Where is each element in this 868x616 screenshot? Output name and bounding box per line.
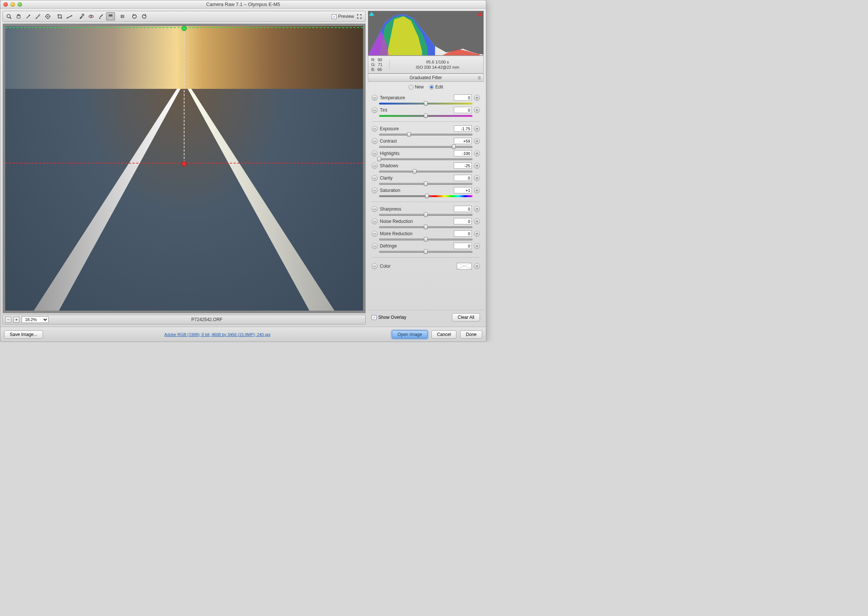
close-window-icon[interactable] [3, 2, 8, 7]
moire-plus[interactable]: + [474, 231, 480, 237]
color-plus[interactable]: + [474, 263, 480, 269]
sharpness-value[interactable] [454, 206, 472, 212]
red-eye-tool[interactable] [86, 12, 96, 20]
temperature-thumb[interactable] [424, 101, 428, 106]
color-sampler-tool[interactable] [34, 12, 42, 20]
temperature-minus[interactable]: − [372, 95, 377, 101]
exposure-value[interactable] [454, 126, 472, 132]
crop-tool[interactable] [55, 12, 64, 20]
defringe-plus[interactable]: + [474, 243, 480, 249]
shadows-plus[interactable]: + [474, 163, 480, 169]
saturation-track[interactable] [379, 194, 472, 198]
contrast-thumb[interactable] [452, 145, 456, 149]
zoom-select[interactable]: 18.2% [22, 316, 49, 323]
shadows-thumb[interactable] [413, 169, 417, 174]
highlights-thumb[interactable] [377, 157, 381, 161]
moire-value[interactable] [454, 230, 472, 237]
defringe-thumb[interactable] [424, 249, 428, 254]
color-minus[interactable]: − [372, 263, 377, 269]
shadows-value[interactable] [454, 162, 472, 169]
temperature-track[interactable] [379, 102, 472, 105]
clear-all-button[interactable]: Clear All [452, 313, 480, 321]
rotate-cw-tool[interactable] [140, 12, 149, 20]
color-swatch[interactable] [457, 263, 472, 270]
clarity-minus[interactable]: − [372, 175, 377, 181]
exposure-track[interactable] [379, 132, 472, 136]
temperature-plus[interactable]: + [474, 95, 480, 101]
gradient-end-line[interactable] [5, 163, 363, 163]
contrast-minus[interactable]: − [372, 138, 377, 144]
shadows-track[interactable] [379, 170, 472, 173]
shadow-clip-icon[interactable] [369, 12, 374, 16]
highlight-clip-icon[interactable] [477, 12, 483, 16]
highlights-value[interactable] [454, 150, 472, 156]
gradient-start-handle[interactable] [181, 26, 187, 31]
gradient-axis-line[interactable] [184, 27, 184, 163]
tint-value[interactable] [454, 107, 472, 113]
clarity-track[interactable] [379, 182, 472, 185]
preferences-tool[interactable] [118, 12, 127, 20]
saturation-plus[interactable]: + [474, 187, 480, 193]
save-image-button[interactable]: Save Image... [4, 330, 43, 339]
zoom-window-icon[interactable] [17, 2, 22, 7]
noise-value[interactable] [454, 218, 472, 225]
white-balance-tool[interactable] [24, 12, 33, 20]
minimize-window-icon[interactable] [11, 2, 15, 7]
defringe-minus[interactable]: − [372, 243, 377, 249]
noise-plus[interactable]: + [474, 218, 480, 225]
highlights-track[interactable] [379, 157, 472, 161]
moire-track[interactable] [379, 237, 472, 241]
noise-thumb[interactable] [424, 225, 428, 229]
highlights-plus[interactable]: + [474, 151, 480, 156]
gradient-end-handle[interactable] [181, 161, 187, 167]
spot-removal-tool[interactable] [77, 12, 86, 20]
saturation-thumb[interactable] [425, 194, 429, 198]
saturation-minus[interactable]: − [372, 187, 377, 193]
cancel-button[interactable]: Cancel [431, 330, 456, 339]
panel-menu-icon[interactable]: ☰ [478, 76, 481, 80]
gradient-start-line[interactable] [5, 27, 363, 28]
open-image-button[interactable]: Open Image [392, 330, 428, 339]
shadows-minus[interactable]: − [372, 163, 377, 169]
mode-new[interactable]: New [409, 84, 424, 90]
highlights-minus[interactable]: − [372, 151, 377, 156]
tint-minus[interactable]: − [372, 107, 377, 113]
clarity-value[interactable] [454, 175, 472, 181]
zoom-tool[interactable] [5, 12, 13, 20]
graduated-filter-tool[interactable] [106, 12, 115, 20]
temperature-value[interactable] [454, 94, 472, 101]
adjustment-brush-tool[interactable] [96, 12, 105, 20]
tint-track[interactable] [379, 114, 472, 118]
sharpness-thumb[interactable] [424, 212, 428, 217]
defringe-value[interactable] [454, 243, 472, 249]
sharpness-plus[interactable]: + [474, 206, 480, 212]
rotate-ccw-tool[interactable] [130, 12, 139, 20]
exposure-minus[interactable]: − [372, 126, 377, 132]
show-overlay-checkbox[interactable]: ✓ Show Overlay [372, 315, 406, 320]
contrast-track[interactable] [379, 145, 472, 149]
preview-area[interactable] [3, 24, 366, 313]
contrast-plus[interactable]: + [474, 138, 480, 144]
moire-thumb[interactable] [424, 237, 428, 242]
done-button[interactable]: Done [460, 330, 482, 339]
preview-checkbox[interactable]: ✓ Preview [332, 14, 354, 19]
zoom-in-button[interactable]: + [13, 317, 19, 322]
sharpness-track[interactable] [379, 213, 472, 217]
clarity-thumb[interactable] [424, 181, 428, 186]
tint-plus[interactable]: + [474, 107, 480, 113]
straighten-tool[interactable] [65, 12, 74, 20]
workflow-options-link[interactable]: Adobe RGB (1998); 8 bit; 4608 by 3456 (1… [47, 332, 388, 337]
noise-track[interactable] [379, 225, 472, 229]
noise-minus[interactable]: − [372, 218, 377, 225]
moire-minus[interactable]: − [372, 231, 377, 237]
sharpness-minus[interactable]: − [372, 206, 377, 212]
tint-thumb[interactable] [424, 113, 428, 118]
exposure-plus[interactable]: + [474, 126, 480, 132]
fullscreen-toggle[interactable] [355, 12, 364, 20]
saturation-value[interactable] [454, 187, 472, 193]
exposure-thumb[interactable] [407, 132, 411, 137]
histogram[interactable] [368, 11, 484, 56]
defringe-track[interactable] [379, 250, 472, 253]
mode-edit[interactable]: Edit [429, 84, 443, 90]
zoom-out-button[interactable]: − [5, 317, 11, 322]
